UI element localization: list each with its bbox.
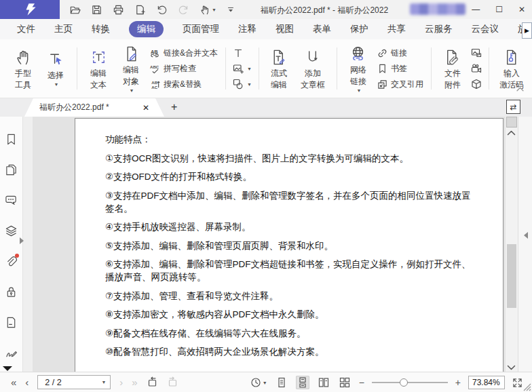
close-document-icon[interactable]: ✕ bbox=[142, 103, 149, 113]
scroll-up-button[interactable] bbox=[507, 130, 516, 136]
facing-continuous-view-button[interactable] bbox=[338, 376, 352, 389]
app-logo[interactable] bbox=[0, 0, 60, 19]
web-link-button[interactable]: 网络 链接▼ bbox=[342, 45, 375, 93]
tab-page-management[interactable]: 页面管理 bbox=[183, 23, 219, 35]
redo-button[interactable] bbox=[178, 4, 189, 16]
link-merge-text-button[interactable]: AB 链接&合并文本 bbox=[150, 47, 218, 59]
sidebar-security-button[interactable] bbox=[5, 286, 18, 298]
expand-right-panel-handle[interactable] bbox=[524, 232, 528, 239]
link-button[interactable]: 链接 bbox=[377, 47, 423, 59]
tab-edit-active[interactable]: 编辑 bbox=[129, 21, 164, 37]
rotate-view-button[interactable]: ▼ bbox=[250, 377, 267, 388]
document-text-line: ②支持OFD文件的打开和格式转换。 bbox=[105, 170, 480, 183]
account-name-blurred[interactable] bbox=[410, 3, 466, 15]
sidebar-bookmarks-button[interactable] bbox=[5, 133, 18, 146]
edit-text-button[interactable]: 编辑 文本 bbox=[82, 48, 115, 90]
spell-check-button[interactable]: ABC 拼写检查 bbox=[150, 63, 218, 75]
maximize-button[interactable]: ☐ bbox=[495, 5, 503, 14]
open-button[interactable] bbox=[69, 4, 81, 16]
select-button[interactable]: 选择 ▼ bbox=[39, 50, 72, 87]
single-page-view-button[interactable] bbox=[275, 376, 288, 389]
flow-edit-button[interactable]: 流式 编辑 bbox=[264, 48, 294, 90]
add-article-box-button[interactable]: 添加 文章框 bbox=[294, 48, 332, 90]
hand-mode-button[interactable]: ▼ bbox=[200, 4, 216, 15]
sidebar-destinations-button[interactable] bbox=[5, 316, 18, 329]
tab-view[interactable]: 视图 bbox=[276, 23, 294, 35]
document-tab-bar: 福昕办公2022.pdf * ✕ + ⇄ bbox=[0, 98, 532, 117]
tab-cloud-service[interactable]: 云服务 bbox=[425, 23, 453, 35]
hand-tool-button[interactable]: 手型 工具 bbox=[7, 48, 39, 90]
first-page-button[interactable]: « bbox=[11, 377, 16, 387]
add-3d-button[interactable] bbox=[471, 79, 482, 90]
window-controls: — ☐ ✕ bbox=[472, 0, 525, 19]
customize-quick-access-button[interactable] bbox=[227, 5, 235, 14]
add-media-image-button[interactable] bbox=[471, 47, 482, 58]
select-label: 选择 bbox=[48, 71, 64, 80]
edit-text-label: 编辑 bbox=[90, 68, 107, 78]
add-shape-button[interactable]: ▼ bbox=[233, 79, 252, 90]
tab-protect[interactable]: 保护 bbox=[350, 23, 368, 35]
open-icon bbox=[69, 4, 81, 16]
print-button[interactable] bbox=[113, 4, 124, 16]
collapse-ribbon-button[interactable] bbox=[516, 87, 524, 92]
tab-scroll-right-button[interactable]: ▶ bbox=[522, 22, 532, 39]
enter-activation-code-button[interactable]: 输入 激活码 bbox=[494, 48, 529, 90]
tab-convert[interactable]: 转换 bbox=[92, 23, 110, 35]
link-tools-group: 链接 书签 交叉引用 bbox=[375, 47, 426, 90]
zoom-out-button[interactable]: − bbox=[359, 377, 364, 388]
pdf-page[interactable]: 功能特点： ①支持OCR图文识别，快速将扫描件、图片上的文字转换为可编辑的文本。… bbox=[75, 118, 504, 372]
minimize-button[interactable]: — bbox=[472, 5, 480, 14]
sidebar-layers-button[interactable] bbox=[5, 224, 18, 237]
edit-object-button[interactable]: 编辑 对象▼ bbox=[115, 45, 147, 93]
zoom-in-button[interactable]: + bbox=[455, 377, 461, 388]
new-document-button[interactable] bbox=[134, 4, 146, 16]
swap-view-button[interactable]: ⇄ bbox=[506, 100, 520, 114]
next-page-button[interactable]: › bbox=[119, 377, 123, 387]
previous-page-button[interactable]: ‹ bbox=[25, 377, 28, 387]
last-page-button[interactable]: » bbox=[132, 377, 137, 387]
add-text-button[interactable] bbox=[233, 47, 252, 58]
bookmark-button[interactable]: 书签 bbox=[377, 63, 423, 75]
fullscreen-button[interactable] bbox=[512, 378, 522, 388]
tab-share[interactable]: 共享 bbox=[387, 23, 406, 35]
zoom-slider-knob[interactable] bbox=[400, 378, 408, 387]
resize-grip-icon bbox=[523, 383, 531, 391]
sidebar-signature-button[interactable] bbox=[5, 347, 18, 359]
previous-view-button[interactable] bbox=[147, 376, 158, 388]
continuous-view-button[interactable] bbox=[296, 376, 309, 389]
add-video-button[interactable] bbox=[471, 63, 482, 74]
tab-form[interactable]: 表单 bbox=[313, 23, 331, 35]
search-replace-button[interactable]: AB AC 搜索&替换 bbox=[150, 79, 218, 90]
close-button[interactable]: ✕ bbox=[518, 5, 525, 14]
vertical-scrollbar[interactable] bbox=[506, 117, 518, 372]
tab-cloud-meeting[interactable]: 云会议 bbox=[472, 23, 499, 35]
file-attachment-icon bbox=[443, 48, 461, 66]
zoom-level-field[interactable]: 73.84% bbox=[468, 376, 505, 389]
expand-left-panel-handle[interactable] bbox=[20, 237, 24, 244]
window-resize-grip[interactable] bbox=[523, 383, 531, 391]
save-button[interactable] bbox=[91, 4, 102, 16]
scroll-down-button[interactable] bbox=[507, 365, 516, 370]
cross-reference-button[interactable]: 交叉引用 bbox=[377, 79, 423, 90]
bottom-left-expander[interactable] bbox=[3, 366, 12, 371]
tab-comment[interactable]: 注释 bbox=[238, 23, 256, 35]
facing-view-button[interactable] bbox=[317, 376, 330, 389]
file-attachment-button[interactable]: 文件 附件 bbox=[436, 48, 469, 90]
tab-file[interactable]: 文件 bbox=[17, 23, 35, 35]
scrollbar-top-button[interactable] bbox=[506, 117, 517, 128]
sidebar-comments-button[interactable] bbox=[5, 194, 18, 207]
document-tab-active[interactable]: 福昕办公2022.pdf * ✕ bbox=[24, 98, 164, 117]
page-indicator: 2 / 2 bbox=[45, 378, 101, 387]
add-image-button[interactable]: ▼ bbox=[233, 63, 252, 74]
scrollbar-thumb[interactable] bbox=[507, 244, 516, 308]
next-view-button[interactable] bbox=[167, 376, 178, 388]
next-view-icon bbox=[167, 376, 178, 388]
zoom-slider[interactable] bbox=[372, 378, 448, 387]
undo-button[interactable] bbox=[156, 4, 168, 16]
sidebar-attachments-button[interactable] bbox=[5, 255, 18, 268]
tab-home[interactable]: 主页 bbox=[54, 23, 73, 35]
new-document-tab-button[interactable]: + bbox=[171, 101, 177, 113]
page-number-selector[interactable]: 2 / 2 ▼ bbox=[37, 375, 111, 389]
sidebar-pages-button[interactable] bbox=[5, 163, 18, 176]
print-icon bbox=[113, 4, 124, 16]
